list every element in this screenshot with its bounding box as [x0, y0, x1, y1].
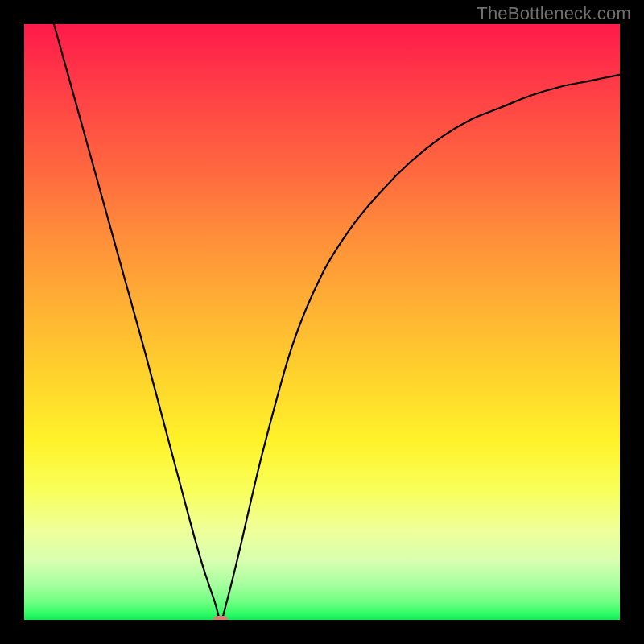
- curve-layer: [24, 24, 620, 620]
- watermark-text: TheBottleneck.com: [477, 3, 631, 24]
- chart-frame: TheBottleneck.com: [0, 0, 644, 644]
- plot-area: [24, 24, 620, 620]
- bottleneck-curve: [54, 24, 620, 620]
- optimal-marker: [213, 616, 228, 620]
